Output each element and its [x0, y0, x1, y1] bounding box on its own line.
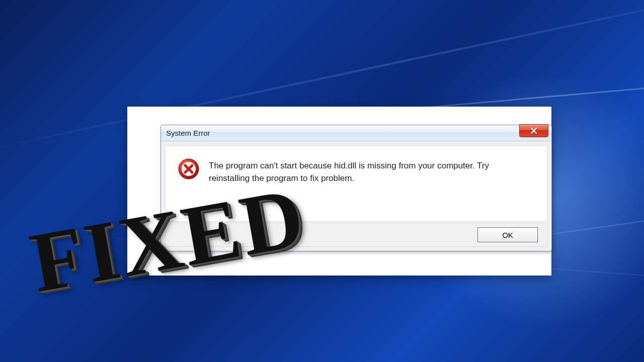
ok-button-label: OK	[502, 231, 513, 239]
dialog-body: The program can't start because hid.dll …	[165, 145, 547, 222]
dialog-message: The program can't start because hid.dll …	[209, 160, 491, 185]
close-button[interactable]	[519, 124, 548, 137]
error-icon	[178, 158, 200, 180]
dialog-titlebar[interactable]: System Error	[161, 125, 551, 141]
ok-button[interactable]: OK	[477, 227, 538, 242]
error-dialog: System Error The program c	[160, 125, 552, 251]
close-icon	[530, 127, 538, 134]
dialog-title: System Error	[166, 129, 210, 137]
dialog-footer: OK	[165, 223, 547, 247]
